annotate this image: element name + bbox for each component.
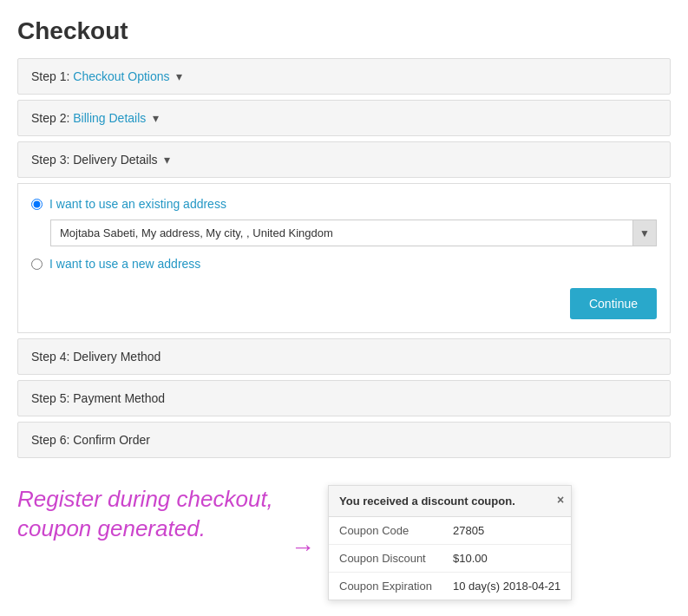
- coupon-title: You received a discount coupon.: [339, 495, 515, 508]
- use-existing-option[interactable]: I want to use an existing address: [31, 197, 657, 211]
- coupon-row-value: $10.00: [442, 545, 571, 573]
- coupon-close-button[interactable]: ×: [557, 493, 564, 507]
- coupon-row-value: 10 day(s) 2018-04-21: [442, 573, 571, 600]
- step3-arrow-icon: ▾: [164, 153, 170, 167]
- continue-btn-wrapper: Continue: [31, 284, 657, 319]
- use-new-label[interactable]: I want to use a new address: [49, 257, 200, 271]
- step2-label: Step 2: Billing Details ▾: [31, 111, 159, 125]
- step1-arrow-icon: ▾: [176, 69, 182, 83]
- step2-arrow-icon: ▾: [153, 111, 159, 125]
- step4-label: Step 4: Delivery Method: [31, 350, 161, 364]
- use-new-radio[interactable]: [31, 259, 43, 270]
- step3-header[interactable]: Step 3: Delivery Details ▾: [17, 141, 671, 178]
- step3-label: Step 3: Delivery Details ▾: [31, 153, 170, 167]
- coupon-popup-header: You received a discount coupon. ×: [329, 486, 571, 517]
- coupon-row-label: Coupon Expiration: [329, 573, 442, 600]
- step1-link: Checkout Options: [73, 69, 169, 83]
- step2-link: Billing Details: [73, 111, 146, 125]
- step3-expanded: I want to use an existing address Mojtab…: [17, 183, 671, 333]
- use-existing-label[interactable]: I want to use an existing address: [49, 197, 226, 211]
- address-select-wrapper: Mojtaba Sabeti, My address, My city, , U…: [50, 220, 657, 246]
- coupon-row: Coupon Expiration10 day(s) 2018-04-21: [329, 573, 571, 600]
- step6-label: Step 6: Confirm Order: [31, 433, 150, 447]
- coupon-row: Coupon Discount$10.00: [329, 545, 571, 573]
- step1-label: Step 1: Checkout Options ▾: [31, 69, 182, 83]
- step2-header[interactable]: Step 2: Billing Details ▾: [17, 100, 671, 136]
- coupon-row-label: Coupon Code: [329, 517, 442, 545]
- promo-arrow-icon: →: [291, 534, 315, 561]
- coupon-popup: You received a discount coupon. × Coupon…: [328, 485, 572, 600]
- step4-header[interactable]: Step 4: Delivery Method: [17, 338, 671, 375]
- use-existing-radio[interactable]: [31, 199, 43, 210]
- step6-header[interactable]: Step 6: Confirm Order: [17, 422, 671, 458]
- page-title: Checkout: [0, 0, 688, 58]
- checkout-steps: Step 1: Checkout Options ▾ Step 2: Billi…: [0, 58, 688, 458]
- step5-header[interactable]: Step 5: Payment Method: [17, 380, 671, 416]
- use-new-option[interactable]: I want to use a new address: [31, 257, 657, 271]
- promo-section: Register during checkout, coupon generat…: [0, 463, 688, 613]
- promo-text: Register during checkout, coupon generat…: [17, 485, 278, 544]
- coupon-row-label: Coupon Discount: [329, 545, 442, 573]
- address-select[interactable]: Mojtaba Sabeti, My address, My city, , U…: [50, 220, 657, 246]
- step1-header[interactable]: Step 1: Checkout Options ▾: [17, 58, 671, 95]
- coupon-table: Coupon Code27805Coupon Discount$10.00Cou…: [329, 517, 571, 600]
- coupon-row: Coupon Code27805: [329, 517, 571, 545]
- coupon-row-value: 27805: [442, 517, 571, 545]
- continue-button[interactable]: Continue: [570, 288, 657, 319]
- step5-label: Step 5: Payment Method: [31, 391, 165, 405]
